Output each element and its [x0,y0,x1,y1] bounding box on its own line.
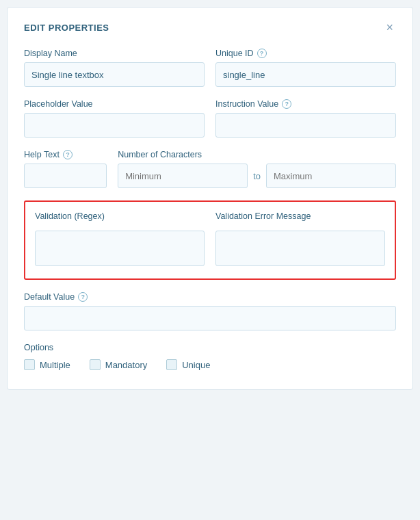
checkbox-mandatory-label: Mandatory [105,360,147,370]
group-display-name: Display Name [24,49,205,87]
options-label: Options [24,343,396,352]
label-validation-error: Validation Error Message [215,211,385,221]
input-unique-id[interactable] [215,62,396,87]
validation-section: Validation (Regex) Validation Error Mess… [24,200,396,280]
char-separator: to [253,171,261,181]
checkbox-multiple-box[interactable] [24,359,35,370]
row-helptext-numchars: Help Text ? Number of Characters to [24,150,396,188]
label-display-name: Display Name [24,49,205,58]
checkbox-multiple-label: Multiple [40,360,70,370]
label-default-value: Default Value ? [24,292,396,302]
label-validation-regex: Validation (Regex) [35,211,205,221]
input-max-characters[interactable] [266,164,396,188]
instruction-help-icon[interactable]: ? [282,99,291,109]
panel-header: EDIT PROPERTIES × [24,21,396,34]
input-min-characters[interactable] [118,164,248,188]
group-num-characters: Number of Characters to [118,150,396,188]
row-default-value: Default Value ? [24,292,396,330]
label-unique-id: Unique ID ? [215,49,396,58]
group-validation-regex: Validation (Regex) [35,211,205,266]
group-validation-error: Validation Error Message [215,211,385,266]
input-validation-regex[interactable] [35,231,205,266]
input-display-name[interactable] [24,62,205,87]
default-value-help-icon[interactable]: ? [78,292,88,302]
checkbox-multiple[interactable]: Multiple [24,359,70,370]
checkbox-unique[interactable]: Unique [166,359,210,370]
group-instruction-value: Instruction Value ? [215,99,396,138]
char-range-row: to [118,164,396,188]
group-placeholder-value: Placeholder Value [24,99,205,138]
group-default-value: Default Value ? [24,292,396,330]
edit-properties-panel: EDIT PROPERTIES × Display Name Unique ID… [7,7,413,390]
checkbox-mandatory-box[interactable] [90,359,101,370]
unique-id-help-icon[interactable]: ? [257,49,267,58]
input-placeholder-value[interactable] [24,113,205,138]
label-help-text: Help Text ? [24,150,107,159]
input-instruction-value[interactable] [215,113,396,138]
checkboxes-row: Multiple Mandatory Unique [24,359,396,370]
panel-title: EDIT PROPERTIES [24,23,109,33]
label-instruction-value: Instruction Value ? [215,99,396,109]
checkbox-unique-label: Unique [182,360,210,370]
row-display-unique: Display Name Unique ID ? [24,49,396,87]
validation-row: Validation (Regex) Validation Error Mess… [35,211,385,266]
checkbox-unique-box[interactable] [166,359,177,370]
checkbox-mandatory[interactable]: Mandatory [90,359,147,370]
group-unique-id: Unique ID ? [215,49,396,87]
input-help-text[interactable] [24,164,107,188]
label-placeholder-value: Placeholder Value [24,99,205,109]
options-section: Options Multiple Mandatory Unique [24,343,396,370]
close-button[interactable]: × [383,21,396,34]
row-placeholder-instruction: Placeholder Value Instruction Value ? [24,99,396,138]
group-help-text: Help Text ? [24,150,107,188]
input-validation-error[interactable] [215,231,385,266]
help-text-help-icon[interactable]: ? [63,150,73,159]
input-default-value[interactable] [24,306,396,330]
label-num-characters: Number of Characters [118,150,396,159]
